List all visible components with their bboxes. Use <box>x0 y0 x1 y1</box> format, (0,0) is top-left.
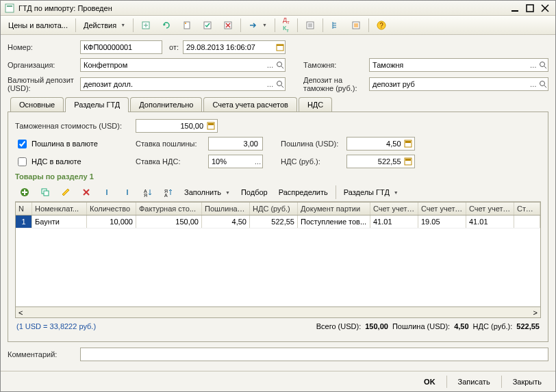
debit-credit-icon[interactable]: ДтКт <box>278 18 294 33</box>
col-acc3[interactable]: Счет учета... <box>466 202 514 215</box>
depo-rub-input[interactable] <box>370 78 529 90</box>
scroll-right-icon[interactable]: > <box>533 309 538 317</box>
post-icon[interactable] <box>198 18 217 33</box>
comment-input[interactable] <box>81 348 548 361</box>
ok-button[interactable]: OK <box>417 375 442 389</box>
cell-acc3[interactable]: 41.01 <box>466 215 514 228</box>
customs-input[interactable] <box>370 59 529 71</box>
vat-rub-field[interactable] <box>346 155 415 168</box>
sort-asc-icon[interactable]: AЯ <box>138 185 157 200</box>
fill-menu[interactable]: Заполнить <box>179 185 235 200</box>
duty-in-currency-checkbox[interactable]: Пошлина в валюте <box>15 138 131 151</box>
col-vat[interactable]: НДС (руб.) <box>250 202 298 215</box>
ellipsis-icon[interactable]: … <box>253 155 262 168</box>
org-input[interactable] <box>81 59 265 71</box>
move-down-icon[interactable] <box>118 185 137 200</box>
actions-menu[interactable]: Действия <box>79 18 130 33</box>
ellipsis-icon[interactable]: … <box>529 78 538 90</box>
search-icon[interactable] <box>538 59 548 71</box>
distribute-button[interactable]: Распределить <box>274 185 333 200</box>
tab-gtd-sections[interactable]: Разделы ГТД <box>65 97 129 112</box>
ellipsis-icon[interactable]: … <box>265 78 275 90</box>
scroll-left-icon[interactable]: < <box>18 309 23 317</box>
sort-desc-icon[interactable]: ЯA <box>159 185 178 200</box>
structure-icon[interactable] <box>326 18 345 33</box>
cell-vat[interactable]: 522,55 <box>250 215 298 228</box>
report-icon[interactable] <box>301 18 320 33</box>
depo-usd-input[interactable] <box>81 78 265 90</box>
new-icon[interactable] <box>136 18 155 33</box>
edit-row-icon[interactable] <box>56 185 75 200</box>
date-input[interactable] <box>184 41 275 53</box>
duty-checkbox[interactable] <box>18 140 27 148</box>
table-row[interactable]: 1 Баунти 10,000 150,00 4,50 522,55 Посту… <box>16 215 540 228</box>
calculator-icon[interactable] <box>206 120 216 131</box>
col-qty[interactable]: Количество <box>87 202 136 215</box>
close-form-button[interactable]: Закрыть <box>506 375 548 389</box>
col-doc[interactable]: Документ партии <box>298 202 370 215</box>
calculator-icon[interactable] <box>404 138 413 149</box>
duty-rate-field[interactable] <box>208 137 263 151</box>
col-acc2[interactable]: Счет учета... <box>418 202 466 215</box>
currencies-button[interactable]: Цены и валюта... <box>3 18 73 33</box>
copy-row-icon[interactable] <box>36 185 55 200</box>
search-icon[interactable] <box>538 78 548 90</box>
save-button[interactable]: Записать <box>451 375 497 389</box>
refresh-icon[interactable] <box>157 18 176 33</box>
table-body[interactable]: 1 Баунти 10,000 150,00 4,50 522,55 Посту… <box>16 215 540 306</box>
cell-qty[interactable]: 10,000 <box>87 215 136 228</box>
cell-article[interactable] <box>514 215 540 228</box>
depo-rub-field[interactable]: … <box>369 77 548 91</box>
pick-button[interactable]: Подбор <box>236 185 273 200</box>
add-row-icon[interactable] <box>15 185 34 200</box>
cell-acc1[interactable]: 41.01 <box>370 215 418 228</box>
customs-value-input[interactable] <box>138 120 206 132</box>
number-input[interactable] <box>81 41 162 53</box>
tab-main[interactable]: Основные <box>10 97 64 112</box>
vat-checkbox[interactable] <box>18 157 27 166</box>
tab-additional[interactable]: Дополнительно <box>130 97 202 112</box>
unpost-icon[interactable] <box>218 18 238 33</box>
cell-duty[interactable]: 4,50 <box>202 215 250 228</box>
ellipsis-icon[interactable]: … <box>265 59 275 71</box>
calculator-icon[interactable] <box>404 156 413 167</box>
depo-usd-field[interactable]: … <box>80 77 286 91</box>
gtd-sections-menu[interactable]: Разделы ГТД <box>339 185 403 200</box>
minimize-button[interactable] <box>509 3 521 13</box>
cell-nomen[interactable]: Баунти <box>32 215 87 228</box>
cell-invoice[interactable]: 150,00 <box>136 215 202 228</box>
customs-field[interactable]: … <box>369 58 548 72</box>
close-button[interactable] <box>539 3 551 13</box>
list-icon[interactable] <box>346 18 366 33</box>
delete-row-icon[interactable] <box>77 185 96 200</box>
ellipsis-icon[interactable]: … <box>529 59 538 71</box>
vat-rate-field[interactable]: … <box>208 155 263 168</box>
customs-value-field[interactable] <box>136 119 218 133</box>
duty-usd-field[interactable] <box>346 137 415 151</box>
tab-vat[interactable]: НДС <box>299 97 332 112</box>
col-nomen[interactable]: Номенклат... <box>32 202 87 215</box>
tab-accounts[interactable]: Счета учета расчетов <box>203 97 296 112</box>
cell-acc2[interactable]: 19.05 <box>418 215 466 228</box>
page-icon[interactable] <box>177 18 197 33</box>
vat-rub-input[interactable] <box>349 155 404 168</box>
cell-n[interactable]: 1 <box>16 215 32 228</box>
duty-rate-input[interactable] <box>210 138 261 150</box>
help-icon[interactable]: ? <box>372 18 391 33</box>
calendar-icon[interactable] <box>275 41 285 53</box>
col-acc1[interactable]: Счет учета... <box>370 202 418 215</box>
table-scrollbar[interactable]: < > <box>16 306 540 317</box>
cell-doc[interactable]: Поступление тов... <box>298 215 370 228</box>
move-up-icon[interactable] <box>97 185 116 200</box>
duty-usd-input[interactable] <box>349 138 404 150</box>
goto-icon[interactable] <box>244 18 272 33</box>
search-icon[interactable] <box>275 59 285 71</box>
vat-rate-input[interactable] <box>209 155 253 168</box>
col-invoice[interactable]: Фактурная сто... <box>136 202 202 215</box>
maximize-button[interactable] <box>524 3 536 13</box>
search-icon[interactable] <box>275 78 285 90</box>
number-field[interactable] <box>80 40 162 54</box>
col-n[interactable]: N <box>16 202 32 215</box>
col-article[interactable]: Статья <box>514 202 540 215</box>
col-duty[interactable]: Пошлина (... <box>202 202 250 215</box>
